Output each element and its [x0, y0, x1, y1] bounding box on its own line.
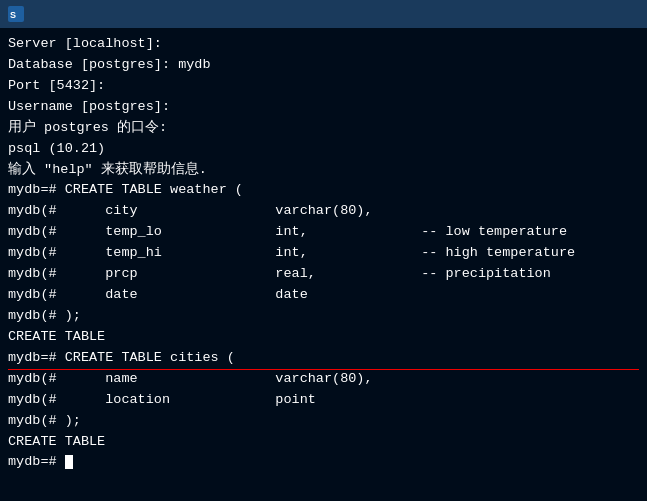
- terminal-line: mydb(# temp_lo int, -- low temperature: [8, 222, 639, 243]
- line-l19: mydb(# location point: [8, 390, 639, 411]
- terminal-line: mydb(# );: [8, 306, 639, 327]
- line-l18: mydb(# name varchar(80),: [8, 369, 639, 390]
- svg-text:S: S: [10, 10, 16, 20]
- line-l13: mydb(# prcp real, -- precipitation: [8, 264, 639, 285]
- line-l4: Username [postgres]:: [8, 97, 639, 118]
- terminal-line: mydb(# prcp real, -- precipitation: [8, 264, 639, 285]
- line-l7: 输入 "help" 来获取帮助信息.: [8, 160, 639, 181]
- terminal-line: CREATE TABLE: [8, 432, 639, 453]
- terminal-line: mydb=#: [8, 452, 639, 473]
- terminal-line: mydb(# city varchar(80),: [8, 201, 639, 222]
- line-l17: mydb=# CREATE TABLE cities (: [8, 348, 639, 369]
- terminal-line: Port [5432]:: [8, 76, 639, 97]
- terminal-line: psql (10.21): [8, 139, 639, 160]
- terminal-line: Username [postgres]:: [8, 97, 639, 118]
- line-l10: mydb(# city varchar(80),: [8, 201, 639, 222]
- cursor: [65, 455, 73, 469]
- line-l20: mydb(# );: [8, 411, 639, 432]
- line-l12: mydb(# temp_hi int, -- high temperature: [8, 243, 639, 264]
- line-l21: CREATE TABLE: [8, 432, 639, 453]
- terminal-line: mydb=# CREATE TABLE cities (: [8, 348, 639, 369]
- line-l1: Server [localhost]:: [8, 34, 639, 55]
- terminal-line: Database [postgres]: mydb: [8, 55, 639, 76]
- terminal-line: mydb(# );: [8, 411, 639, 432]
- line-l11: mydb(# temp_lo int, -- low temperature: [8, 222, 639, 243]
- red-separator-line: [8, 369, 639, 370]
- terminal-line: mydb(# location point: [8, 390, 639, 411]
- line-l9: mydb=# CREATE TABLE weather (: [8, 180, 639, 201]
- line-l14: mydb(# date date: [8, 285, 639, 306]
- terminal-line: Server [localhost]:: [8, 34, 639, 55]
- terminal-line: mydb(# temp_hi int, -- high temperature: [8, 243, 639, 264]
- line-l3: Port [5432]:: [8, 76, 639, 97]
- terminal-line: mydb=# CREATE TABLE weather (: [8, 180, 639, 201]
- terminal-line: 用户 postgres 的口令:: [8, 118, 639, 139]
- terminal[interactable]: Server [localhost]:Database [postgres]: …: [0, 28, 647, 501]
- terminal-line: mydb(# name varchar(80),: [8, 369, 639, 390]
- line-l22: mydb=#: [8, 452, 639, 473]
- line-l5: 用户 postgres 的口令:: [8, 118, 639, 139]
- line-l16: CREATE TABLE: [8, 327, 639, 348]
- line-l6: psql (10.21): [8, 139, 639, 160]
- terminal-line: 输入 "help" 来获取帮助信息.: [8, 160, 639, 181]
- sql-icon: S: [8, 6, 24, 22]
- terminal-line: CREATE TABLE: [8, 327, 639, 348]
- terminal-line: mydb(# date date: [8, 285, 639, 306]
- line-l2: Database [postgres]: mydb: [8, 55, 639, 76]
- title-bar: S: [0, 0, 647, 28]
- line-l15: mydb(# );: [8, 306, 639, 327]
